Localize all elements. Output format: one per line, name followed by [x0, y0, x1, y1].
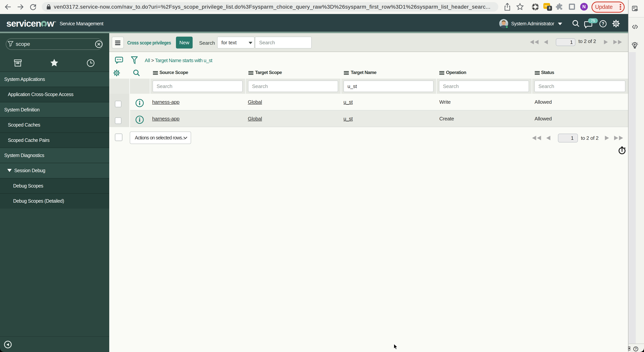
svg-text:?: ?	[602, 21, 604, 26]
svg-text:?: ?	[635, 347, 637, 351]
